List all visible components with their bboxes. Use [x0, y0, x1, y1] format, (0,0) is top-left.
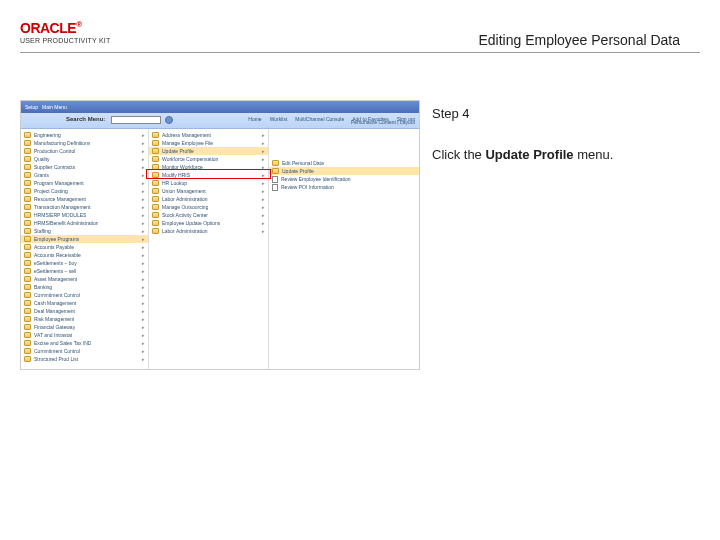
top-link-setup[interactable]: Setup: [25, 104, 38, 110]
menu-item-label: Commitment Control: [34, 348, 80, 354]
menu-item[interactable]: HRMS/ERP MODULES▸: [21, 211, 148, 219]
menu-item-label: eSettlements – buy: [34, 260, 77, 266]
menu-item-label: Transaction Management: [34, 204, 91, 210]
search-label: Search Menu:: [66, 116, 105, 122]
nav-worklist[interactable]: Worklist: [270, 116, 288, 122]
menu-item-label: VAT and Intrastat: [34, 332, 72, 338]
submenu-label: Edit Personal Data: [282, 160, 324, 166]
menu-item[interactable]: Commitment Control▸: [21, 347, 148, 355]
step-label: Step 4: [432, 106, 690, 121]
menu-item[interactable]: Structured Prod List▸: [21, 355, 148, 363]
folder-icon: [152, 196, 159, 202]
menu-col-2: Address Management▸Manage Employee File▸…: [149, 129, 269, 369]
submenu-item[interactable]: Update Profile: [269, 167, 419, 175]
menu-item[interactable]: eSettlements – sell▸: [21, 267, 148, 275]
menu-item[interactable]: Asset Management▸: [21, 275, 148, 283]
instruction-suffix: menu.: [574, 147, 614, 162]
menu-item[interactable]: Labor Administration▸: [149, 195, 268, 203]
menu-item-label: Update Profile: [162, 148, 194, 154]
chevron-right-icon: ▸: [260, 164, 265, 170]
menu-item[interactable]: Staffing▸: [21, 227, 148, 235]
chevron-right-icon: ▸: [260, 156, 265, 162]
folder-icon: [24, 324, 31, 330]
menu-item[interactable]: Project Costing▸: [21, 187, 148, 195]
menu-item[interactable]: Commitment Control▸: [21, 291, 148, 299]
menu-item[interactable]: Manage Outsourcing▸: [149, 203, 268, 211]
menu-item-label: Excise and Sales Tax IND: [34, 340, 91, 346]
chevron-right-icon: ▸: [260, 172, 265, 178]
menu-item[interactable]: Accounts Payable▸: [21, 243, 148, 251]
folder-icon: [24, 308, 31, 314]
chevron-right-icon: ▸: [140, 148, 145, 154]
menu-item[interactable]: Employee Update Options▸: [149, 219, 268, 227]
menu-item[interactable]: Financial Gateway▸: [21, 323, 148, 331]
page-title: Editing Employee Personal Data: [478, 32, 680, 48]
menu-item[interactable]: Accounts Receivable▸: [21, 251, 148, 259]
menu-item[interactable]: Production Control▸: [21, 147, 148, 155]
menu-item[interactable]: VAT and Intrastat▸: [21, 331, 148, 339]
search-input[interactable]: [111, 116, 161, 124]
chevron-right-icon: ▸: [260, 188, 265, 194]
menu-item[interactable]: Manage Employee File▸: [149, 139, 268, 147]
menu-item[interactable]: Labor Administration▸: [149, 227, 268, 235]
chevron-right-icon: ▸: [140, 340, 145, 346]
menu-item-label: Cash Management: [34, 300, 76, 306]
menu-item-label: Workforce Compensation: [162, 156, 218, 162]
product-subtitle: USER PRODUCTIVITY KIT: [20, 37, 110, 44]
folder-icon: [24, 188, 31, 194]
search-go-icon[interactable]: [165, 116, 173, 124]
menu-item[interactable]: Cash Management▸: [21, 299, 148, 307]
menu-item[interactable]: Union Management▸: [149, 187, 268, 195]
menu-item[interactable]: Manufacturing Definitions▸: [21, 139, 148, 147]
menu-item[interactable]: Employee Programs▸: [21, 235, 148, 243]
submenu-item[interactable]: Review POI Information: [269, 183, 419, 191]
folder-icon: [24, 260, 31, 266]
menu-item[interactable]: Transaction Management▸: [21, 203, 148, 211]
nav-mcc[interactable]: MultiChannel Console: [295, 116, 344, 122]
menu-item[interactable]: Excise and Sales Tax IND▸: [21, 339, 148, 347]
menu-item[interactable]: HR Lookup▸: [149, 179, 268, 187]
menu-item[interactable]: Program Management▸: [21, 179, 148, 187]
folder-icon: [24, 228, 31, 234]
menu-item-label: Supplier Contracts: [34, 164, 75, 170]
menu-item-label: Grants: [34, 172, 49, 178]
menu-item[interactable]: Workforce Compensation▸: [149, 155, 268, 163]
submenu-label: Update Profile: [282, 168, 314, 174]
folder-icon: [24, 356, 31, 362]
menu-item-label: Stock Activity Center: [162, 212, 208, 218]
menu-item[interactable]: HRMS/Benefit Administration▸: [21, 219, 148, 227]
chevron-right-icon: ▸: [140, 196, 145, 202]
brand-header: ORACLE® USER PRODUCTIVITY KIT: [20, 20, 110, 44]
menu-item[interactable]: Update Profile▸: [149, 147, 268, 155]
menu-item[interactable]: Grants▸: [21, 171, 148, 179]
menu-item[interactable]: Engineering▸: [21, 131, 148, 139]
menu-item[interactable]: Address Management▸: [149, 131, 268, 139]
chevron-right-icon: ▸: [260, 180, 265, 186]
chevron-right-icon: ▸: [140, 164, 145, 170]
nav-home[interactable]: Home: [248, 116, 261, 122]
menu-item-label: eSettlements – sell: [34, 268, 76, 274]
menu-item-label: Project Costing: [34, 188, 68, 194]
top-link-mainmenu[interactable]: Main Menu: [42, 104, 67, 110]
menu-item[interactable]: Monitor Workforce▸: [149, 163, 268, 171]
menu-item[interactable]: Stock Activity Center▸: [149, 211, 268, 219]
menu-item[interactable]: Deal Management▸: [21, 307, 148, 315]
menu-item[interactable]: Risk Management▸: [21, 315, 148, 323]
submenu-item[interactable]: Review Employee Identification: [269, 175, 419, 183]
chevron-right-icon: ▸: [140, 260, 145, 266]
menu-item[interactable]: Modify HRIS▸: [149, 171, 268, 179]
submenu-item[interactable]: Edit Personal Data: [269, 159, 419, 167]
folder-icon: [24, 212, 31, 218]
menu-item[interactable]: Banking▸: [21, 283, 148, 291]
menu-item-label: Labor Administration: [162, 228, 208, 234]
menu-item-label: HRMS/ERP MODULES: [34, 212, 86, 218]
menu-item[interactable]: Supplier Contracts▸: [21, 163, 148, 171]
app-screenshot: Setup Main Menu ORACL Search Menu: Home …: [20, 100, 420, 370]
chevron-right-icon: ▸: [260, 212, 265, 218]
menu-item[interactable]: Resource Management▸: [21, 195, 148, 203]
menu-item[interactable]: Quality▸: [21, 155, 148, 163]
menu-item[interactable]: eSettlements – buy▸: [21, 259, 148, 267]
folder-icon: [272, 160, 279, 166]
personalize-link[interactable]: Personalize Content | Layout: [351, 119, 415, 125]
menu-item-label: Resource Management: [34, 196, 86, 202]
